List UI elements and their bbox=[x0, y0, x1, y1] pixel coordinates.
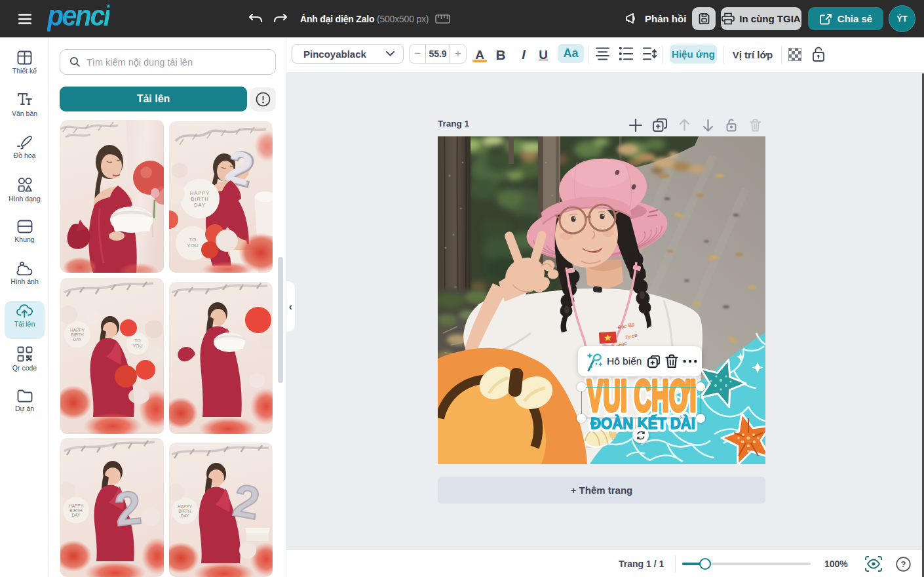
svg-text:YOU: YOU bbox=[132, 344, 142, 348]
svg-text:DAY: DAY bbox=[181, 513, 190, 518]
svg-text:2: 2 bbox=[112, 481, 144, 536]
svg-text:BIRTH: BIRTH bbox=[178, 509, 191, 513]
svg-text:BIRTH: BIRTH bbox=[191, 196, 208, 202]
svg-text:YOU: YOU bbox=[187, 243, 199, 249]
svg-text:HAPPY: HAPPY bbox=[69, 504, 84, 508]
svg-text:HAPPY: HAPPY bbox=[70, 328, 85, 332]
svg-text:DAY: DAY bbox=[73, 337, 83, 342]
svg-text:DAY: DAY bbox=[194, 202, 206, 208]
svg-text:TO: TO bbox=[189, 237, 197, 243]
svg-text:?: ? bbox=[901, 559, 906, 569]
svg-text:DAY: DAY bbox=[72, 513, 81, 517]
svg-text:HAPPY: HAPPY bbox=[178, 504, 193, 509]
svg-text:BIRTH: BIRTH bbox=[71, 332, 84, 337]
svg-text:TO: TO bbox=[134, 338, 141, 343]
svg-text:BIRTH: BIRTH bbox=[69, 508, 83, 513]
svg-text:HAPPY: HAPPY bbox=[190, 190, 210, 196]
